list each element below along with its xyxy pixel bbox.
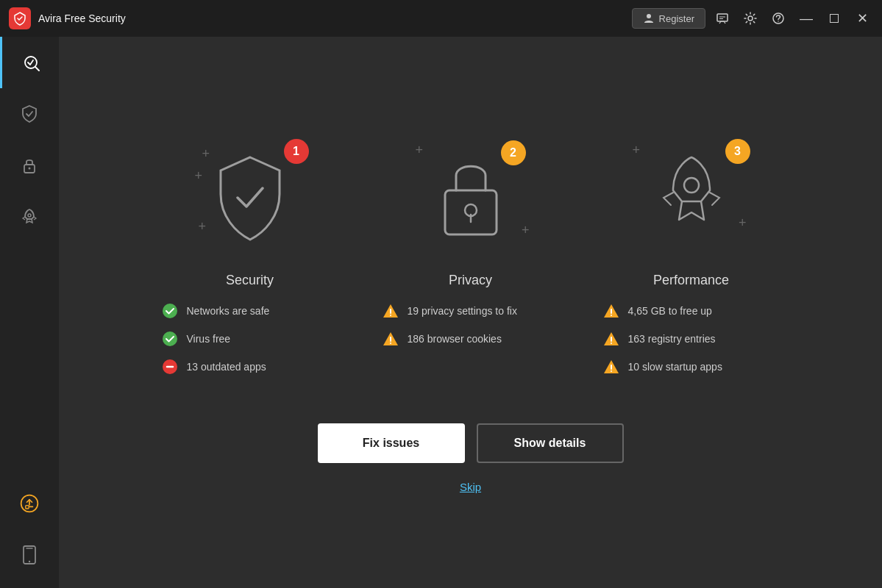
main-content: + + + + 1 Security [59,37,882,588]
shield-icon [19,104,40,124]
svg-point-34 [611,315,612,316]
maximize-button[interactable] [823,7,845,29]
settings-button[interactable] [739,7,761,29]
fix-issues-button[interactable]: Fix issues [318,423,465,463]
sidebar-item-search[interactable] [0,37,59,88]
privacy-icon-area: + + + 2 [412,132,530,264]
svg-rect-22 [445,190,497,234]
user-icon [643,12,655,24]
sidebar-item-privacy[interactable] [0,140,59,191]
check-icon-2 [162,331,178,347]
messages-button[interactable] [711,7,733,29]
performance-item-3: 10 slow startup apps [603,359,780,375]
svg-point-6 [778,21,778,21]
security-item-2: Virus free [162,331,338,347]
close-button[interactable]: ✕ [851,7,873,29]
security-item-1: Networks are safe [162,303,338,319]
show-details-button[interactable]: Show details [477,423,624,463]
cards-row: + + + + 1 Security [162,132,780,387]
plus-decoration: + [195,168,203,184]
svg-point-10 [29,168,31,170]
lock-sidebar-icon [19,155,40,176]
security-items: Networks are safe Virus free [162,303,338,387]
security-icon-area: + + + + 1 [191,132,309,264]
warning-icon-4 [603,331,619,347]
performance-title: Performance [653,273,729,288]
svg-point-30 [390,343,391,344]
help-button[interactable] [767,7,789,29]
privacy-card: + + + 2 Privacy [383,132,559,359]
privacy-item-1: 19 privacy settings to fix [383,303,559,319]
warning-icon-1 [383,303,399,319]
title-bar-actions: Register — [632,7,873,29]
sidebar-item-performance[interactable] [0,191,59,243]
message-icon [716,12,729,25]
close-icon: ✕ [857,10,868,26]
performance-card: + + + 3 Performance [603,132,780,387]
plus-decoration: + [522,223,530,238]
performance-item-2: 163 registry entries [603,331,780,347]
plus-decoration: + [199,219,207,234]
app-title: Avira Free Security [38,12,632,24]
performance-badge: 3 [725,139,750,164]
maximize-icon [830,14,839,23]
gear-icon [744,12,757,25]
skip-button[interactable]: Skip [460,481,481,493]
svg-rect-14 [26,506,29,509]
sidebar-item-upgrade[interactable] [0,478,59,529]
svg-point-4 [748,16,753,21]
performance-icon-area: + + + 3 [633,132,750,264]
svg-point-11 [28,214,31,217]
plus-decoration: + [633,143,641,158]
performance-item-1: 4,65 GB to free up [603,303,780,319]
svg-point-18 [163,304,177,318]
svg-point-16 [29,561,30,562]
sidebar [0,37,59,588]
title-bar: Avira Free Security Register [0,0,882,37]
privacy-badge: 2 [501,140,526,165]
minimize-icon: — [800,12,813,25]
register-button[interactable]: Register [632,8,705,29]
sidebar-item-mobile[interactable] [0,529,59,581]
warning-icon-2 [383,331,399,347]
block-icon [162,359,178,375]
svg-point-0 [647,14,651,18]
privacy-title: Privacy [449,273,492,288]
privacy-items: 19 privacy settings to fix 186 browser c… [383,303,559,359]
svg-point-37 [611,343,612,344]
minimize-button[interactable]: — [795,7,817,29]
action-row: Fix issues Show details [318,423,624,463]
plus-decoration: + [416,143,424,158]
security-shield-icon [210,150,291,245]
svg-line-8 [35,67,39,71]
security-title: Security [226,273,274,288]
svg-point-31 [684,178,699,193]
performance-items: 4,65 GB to free up 163 registry entries [603,303,780,387]
svg-point-19 [163,331,177,346]
security-card: + + + + 1 Security [162,132,338,387]
performance-rocket-icon [655,150,728,245]
plus-decoration: + [202,146,210,162]
warning-icon-3 [603,303,619,319]
help-icon [772,12,785,25]
sidebar-item-security[interactable] [0,88,59,140]
app-body: + + + + 1 Security [0,37,882,588]
sidebar-bottom [0,478,59,588]
privacy-item-2: 186 browser cookies [383,331,559,347]
app-logo [9,7,31,29]
search-scan-icon [21,52,41,73]
svg-rect-1 [717,14,728,21]
plus-decoration: + [739,215,747,231]
svg-point-27 [390,315,391,316]
security-badge: 1 [284,139,309,164]
svg-point-40 [611,370,612,372]
check-icon [162,303,178,319]
warning-icon-5 [603,359,619,375]
security-item-3: 13 outdated apps [162,359,338,375]
mobile-icon [19,545,40,565]
privacy-lock-icon [434,150,508,245]
rocket-sidebar-icon [19,207,40,227]
upgrade-icon [19,493,40,514]
